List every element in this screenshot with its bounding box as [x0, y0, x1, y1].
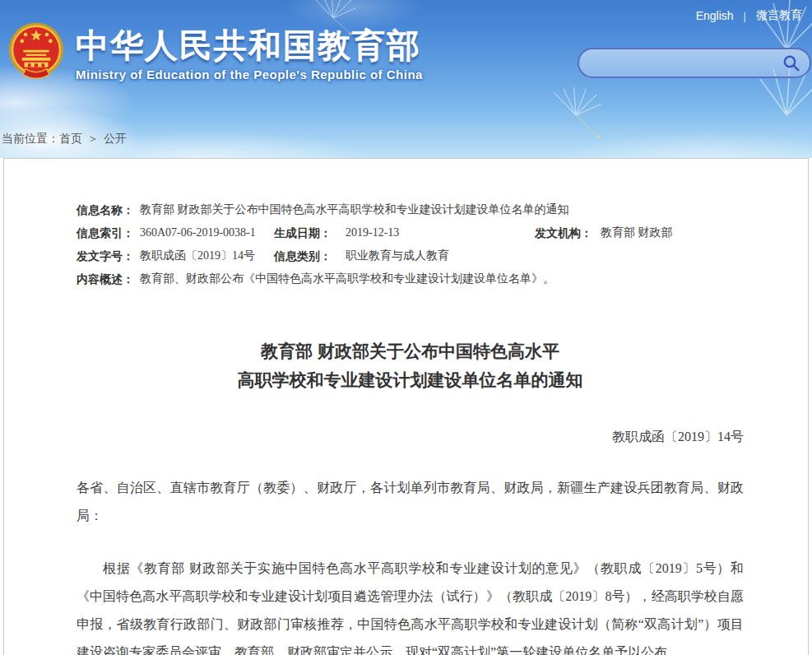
article-title: 教育部 财政部关于公布中国特色高水平 高职学校和专业建设计划建设单位名单的通知	[77, 337, 744, 394]
meta-name-label: 信息名称：	[77, 198, 140, 221]
content-panel: 信息名称： 教育部 财政部关于公布中国特色高水平高职学校和专业建设计划建设单位名…	[3, 158, 809, 655]
meta-index-value: 360A07-06-2019-0038-1	[140, 221, 274, 244]
breadcrumb-separator: ＞	[87, 132, 99, 145]
search-icon	[782, 54, 800, 72]
header-banner: 中华人民共和国教育部 Ministry of Education of the …	[0, 0, 812, 158]
meta-summary-value: 教育部、财政部公布《中国特色高水平高职学校和专业建设计划建设单位名单》。	[140, 267, 744, 290]
article-paragraph: 根据《教育部 财政部关于实施中国特色高水平高职学校和专业建设计划的意见》（教职成…	[77, 555, 744, 655]
document-meta: 信息名称： 教育部 财政部关于公布中国特色高水平高职学校和专业建设计划建设单位名…	[77, 198, 744, 290]
meta-row-name: 信息名称： 教育部 财政部关于公布中国特色高水平高职学校和专业建设计划建设单位名…	[77, 198, 744, 221]
top-nav: English | 微言教育	[696, 8, 802, 23]
article-title-line2: 高职学校和专业建设计划建设单位名单的通知	[77, 365, 744, 394]
site-logo[interactable]: 中华人民共和国教育部 Ministry of Education of the …	[7, 20, 423, 87]
meta-row-docnum: 发文字号： 教职成函〔2019〕14号 信息类别： 职业教育与成人教育	[77, 244, 744, 267]
breadcrumb: 当前位置：首页＞公开	[2, 132, 127, 146]
meta-index-label: 信息索引：	[77, 221, 140, 244]
site-subtitle: Ministry of Education of the People's Re…	[76, 67, 423, 81]
meta-date-label: 生成日期：	[274, 221, 346, 244]
meta-docnum-label: 发文字号：	[77, 244, 140, 267]
meta-category-label: 信息类别：	[274, 244, 346, 267]
meta-issuer-label: 发文机构：	[535, 221, 601, 244]
search-input[interactable]	[592, 49, 782, 77]
meta-row-summary: 内容概述： 教育部、财政部公布《中国特色高水平高职学校和专业建设计划建设单位名单…	[77, 267, 744, 290]
search-button[interactable]	[782, 53, 801, 73]
meta-issuer-value: 教育部 财政部	[601, 221, 744, 244]
breadcrumb-home-link[interactable]: 首页	[59, 132, 82, 145]
meta-name-value: 教育部 财政部关于公布中国特色高水平高职学校和专业建设计划建设单位名单的通知	[140, 198, 744, 221]
meta-summary-label: 内容概述：	[77, 267, 140, 290]
meta-date-value: 2019-12-13	[346, 221, 535, 244]
article-paragraph: 各省、自治区、直辖市教育厅（教委）、财政厅，各计划单列市教育局、财政局，新疆生产…	[77, 474, 744, 530]
dandelion-decoration	[543, 82, 609, 148]
meta-category-value: 职业教育与成人教育	[346, 244, 744, 267]
article-title-line1: 教育部 财政部关于公布中国特色高水平	[77, 337, 744, 365]
site-title: 中华人民共和国教育部	[76, 26, 423, 64]
english-link[interactable]: English	[696, 9, 734, 22]
meta-row-index: 信息索引： 360A07-06-2019-0038-1 生成日期： 2019-1…	[77, 221, 744, 244]
breadcrumb-section-link[interactable]: 公开	[104, 132, 127, 145]
nav-divider: |	[744, 10, 746, 22]
search-box[interactable]	[578, 48, 811, 78]
meta-docnum-value: 教职成函〔2019〕14号	[140, 244, 274, 267]
national-emblem-icon	[7, 20, 66, 87]
breadcrumb-label: 当前位置：	[2, 132, 59, 145]
document-number: 教职成函〔2019〕14号	[77, 429, 744, 446]
weiyan-jiaoyu-link[interactable]: 微言教育	[756, 8, 802, 23]
dandelion-decoration	[757, 0, 812, 156]
